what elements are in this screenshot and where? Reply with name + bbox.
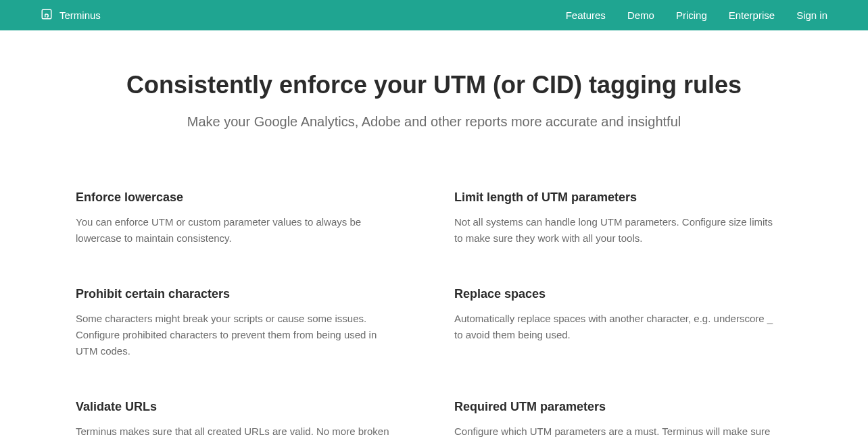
feature-body: Automatically replace spaces with anothe… xyxy=(454,311,779,343)
page-subtitle: Make your Google Analytics, Adobe and ot… xyxy=(14,114,854,130)
feature-prohibit-characters: Prohibit certain characters Some charact… xyxy=(76,287,414,359)
feature-title: Enforce lowercase xyxy=(76,190,414,205)
nav-link-demo[interactable]: Demo xyxy=(627,9,654,21)
feature-title: Prohibit certain characters xyxy=(76,287,414,301)
feature-title: Limit length of UTM parameters xyxy=(454,190,792,205)
brand-icon xyxy=(41,8,53,22)
nav-link-signin[interactable]: Sign in xyxy=(796,9,827,21)
page-title: Consistently enforce your UTM (or CID) t… xyxy=(14,71,854,99)
feature-title: Required UTM parameters xyxy=(454,400,792,414)
hero: Consistently enforce your UTM (or CID) t… xyxy=(0,30,868,157)
feature-limit-length: Limit length of UTM parameters Not all s… xyxy=(454,190,792,247)
brand-label: Terminus xyxy=(59,9,101,21)
nav-link-features[interactable]: Features xyxy=(566,9,606,21)
feature-enforce-lowercase: Enforce lowercase You can enforce UTM or… xyxy=(76,190,414,247)
feature-validate-urls: Validate URLs Terminus makes sure that a… xyxy=(76,400,414,437)
feature-title: Replace spaces xyxy=(454,287,792,301)
feature-body: Some characters might break your scripts… xyxy=(76,311,400,359)
feature-title: Validate URLs xyxy=(76,400,414,414)
nav-link-enterprise[interactable]: Enterprise xyxy=(729,9,775,21)
feature-body: Configure which UTM parameters are a mus… xyxy=(454,423,779,437)
feature-body: You can enforce UTM or custom parameter … xyxy=(76,214,400,247)
nav-link-pricing[interactable]: Pricing xyxy=(676,9,707,21)
feature-body: Terminus makes sure that all created URL… xyxy=(76,423,400,437)
features-grid: Enforce lowercase You can enforce UTM or… xyxy=(35,190,833,437)
feature-required-utm: Required UTM parameters Configure which … xyxy=(454,400,792,437)
navbar: Terminus Features Demo Pricing Enterpris… xyxy=(0,0,868,30)
feature-body: Not all systems can handle long UTM para… xyxy=(454,214,779,247)
feature-replace-spaces: Replace spaces Automatically replace spa… xyxy=(454,287,792,359)
brand[interactable]: Terminus xyxy=(41,8,101,22)
nav-links: Features Demo Pricing Enterprise Sign in xyxy=(566,9,827,21)
